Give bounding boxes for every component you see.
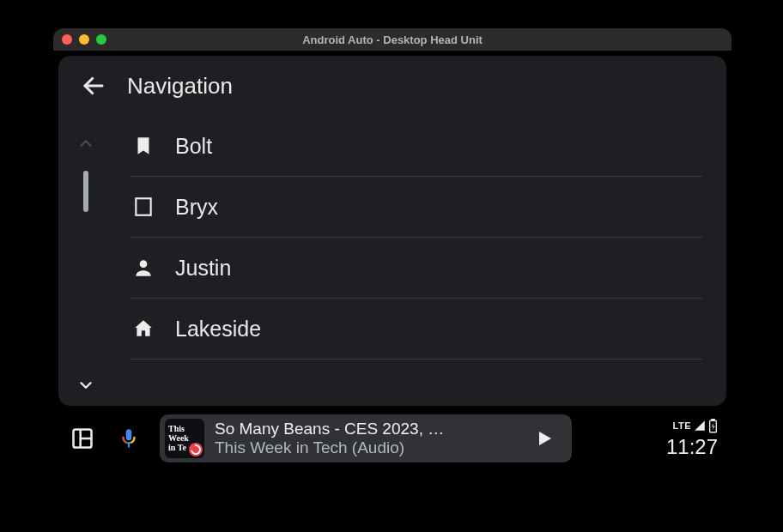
navigation-panel: Navigation	[58, 56, 726, 406]
titlebar: Android Auto - Desktop Head Unit	[53, 28, 731, 51]
clock: 11:27	[666, 435, 718, 459]
list-item[interactable]: Bolt	[130, 116, 702, 177]
album-art: This Week in Te	[165, 419, 204, 458]
building-icon	[130, 194, 156, 220]
album-art-line: in Te	[168, 443, 186, 452]
scroll-thumb[interactable]	[83, 171, 88, 212]
app-launcher-button[interactable]	[67, 423, 98, 454]
network-label: LTE	[673, 420, 691, 431]
list-item[interactable]: Bryx	[130, 177, 702, 238]
list-area: Bolt Bryx Justin	[58, 116, 726, 406]
mic-icon	[118, 427, 140, 450]
svg-point-11	[140, 260, 148, 268]
svg-rect-1	[136, 198, 150, 215]
podcast-app-badge-icon	[189, 443, 203, 456]
bottom-bar: This Week in Te So Many Beans - CES 2023…	[53, 409, 731, 468]
assistant-button[interactable]	[113, 423, 144, 454]
media-text: So Many Beans - CES 2023, … This Week in…	[215, 420, 520, 457]
panel-header: Navigation	[58, 56, 726, 116]
close-window-button[interactable]	[62, 34, 72, 45]
minimize-window-button[interactable]	[79, 34, 89, 45]
window-controls	[62, 34, 106, 45]
battery-icon	[708, 419, 718, 433]
chevron-down-icon	[76, 376, 95, 395]
window-title: Android Auto - Desktop Head Unit	[53, 33, 731, 46]
destination-list: Bolt Bryx Justin	[113, 116, 726, 406]
status-icons: LTE	[673, 419, 718, 433]
album-art-line: This	[168, 424, 185, 433]
list-item-label: Justin	[175, 256, 231, 281]
list-item-label: Bryx	[175, 195, 218, 220]
list-item[interactable]: Justin	[130, 238, 702, 299]
status-area: LTE 11:27	[666, 419, 718, 459]
list-item-label: Lakeside	[175, 317, 261, 342]
app-window: Android Auto - Desktop Head Unit Navigat…	[53, 28, 731, 468]
media-subtitle: This Week in Tech (Audio)	[215, 438, 520, 457]
arrow-left-icon	[81, 73, 106, 99]
play-button[interactable]	[531, 425, 558, 452]
scroll-down-button[interactable]	[74, 373, 98, 397]
back-button[interactable]	[79, 71, 108, 100]
svg-marker-17	[539, 432, 551, 445]
list-item[interactable]: Lakeside	[130, 299, 702, 360]
scroll-up-button[interactable]	[74, 131, 98, 155]
maximize-window-button[interactable]	[96, 34, 106, 45]
panel-title: Navigation	[127, 73, 233, 100]
media-title: So Many Beans - CES 2023, …	[215, 420, 520, 438]
album-art-line: Week	[168, 433, 189, 443]
svg-rect-15	[126, 429, 132, 440]
scroll-controls	[58, 116, 113, 406]
head-unit-screen: Navigation	[53, 51, 731, 468]
chevron-up-icon	[76, 134, 95, 153]
grid-icon	[70, 426, 94, 450]
signal-icon	[693, 420, 707, 432]
bookmark-icon	[130, 133, 156, 159]
home-icon	[130, 316, 156, 342]
play-icon	[534, 428, 555, 449]
now-playing-chip[interactable]: This Week in Te So Many Beans - CES 2023…	[160, 414, 572, 462]
scroll-track	[83, 167, 89, 361]
list-item-label: Bolt	[175, 134, 212, 159]
svg-rect-19	[712, 419, 714, 420]
person-icon	[130, 255, 156, 281]
